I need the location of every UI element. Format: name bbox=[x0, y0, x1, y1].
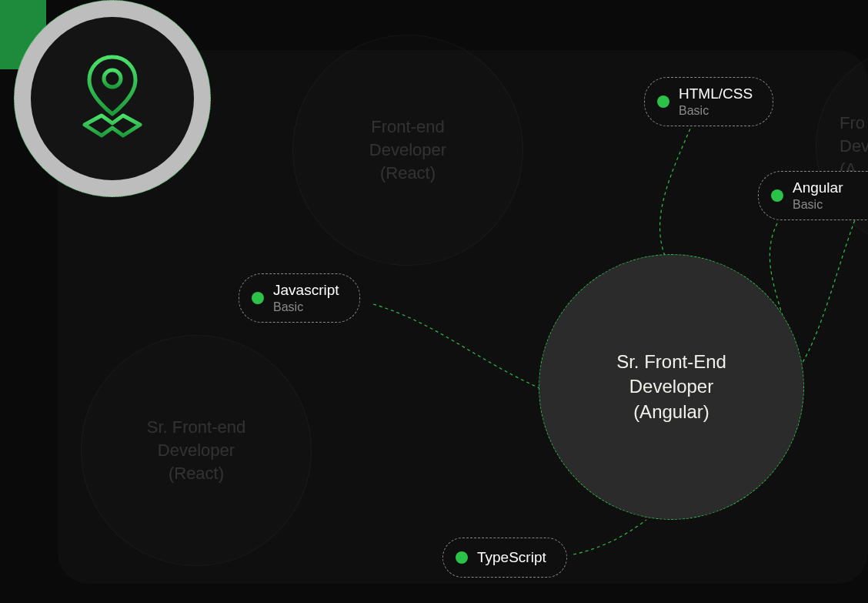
skill-level: Basic bbox=[793, 198, 843, 212]
role-label: Sr. Front-End Developer (Angular) bbox=[616, 350, 726, 424]
skill-level: Basic bbox=[273, 300, 339, 314]
status-dot-icon bbox=[657, 95, 669, 108]
skill-name: TypeScript bbox=[477, 549, 546, 566]
role-node-faded-left: Sr. Front-end Developer (React) bbox=[81, 335, 312, 566]
role-label: Sr. Front-end Developer (React) bbox=[147, 416, 245, 484]
skill-name: HTML/CSS bbox=[679, 85, 753, 102]
status-dot-icon bbox=[771, 189, 783, 202]
skill-level: Basic bbox=[679, 104, 753, 118]
status-dot-icon bbox=[456, 551, 468, 564]
role-node-main[interactable]: Sr. Front-End Developer (Angular) bbox=[539, 254, 804, 520]
svg-point-0 bbox=[104, 70, 121, 87]
skill-name: Angular bbox=[793, 179, 843, 196]
skill-pill-htmlcss[interactable]: HTML/CSS Basic bbox=[644, 77, 773, 126]
skill-pill-angular[interactable]: Angular Basic bbox=[758, 171, 868, 220]
skill-pill-javascript[interactable]: Javascript Basic bbox=[239, 273, 360, 323]
icon-badge[interactable] bbox=[31, 17, 194, 180]
map-pin-icon bbox=[74, 51, 151, 146]
role-node-faded-top: Front-end Developer (React) bbox=[292, 35, 523, 266]
skill-name: Javascript bbox=[273, 282, 339, 299]
role-label: Front-end Developer (React) bbox=[369, 116, 446, 184]
status-dot-icon bbox=[252, 292, 264, 304]
skill-pill-typescript[interactable]: TypeScript bbox=[442, 538, 567, 578]
